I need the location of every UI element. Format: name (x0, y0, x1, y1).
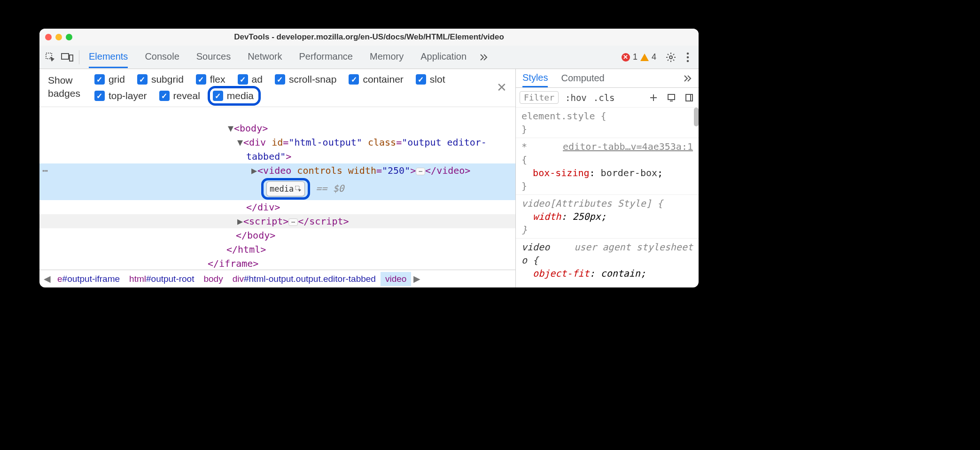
maximize-window-button[interactable] (66, 34, 72, 40)
titlebar: DevTools - developer.mozilla.org/en-US/d… (39, 29, 699, 46)
dom-iframe-end[interactable]: </iframe> (39, 256, 515, 270)
expand-triangle-icon[interactable]: ▶ (237, 215, 243, 228)
main-content: Show badges ✓grid ✓subgrid ✓flex ✓ad ✓sc… (39, 69, 699, 287)
badge-ad[interactable]: ✓ad (238, 74, 263, 85)
gear-icon (666, 52, 676, 62)
gutter-ellipsis-icon[interactable]: ⋯ (42, 164, 50, 177)
checkbox-icon: ✓ (137, 74, 148, 85)
toggle-sidebar-icon[interactable] (684, 92, 695, 103)
dom-div-end[interactable]: </div> (39, 200, 515, 214)
error-icon: ✕ (622, 53, 630, 62)
chevron-double-right-icon (480, 53, 488, 62)
dom-script[interactable]: ▶<script>⋯</script> (39, 214, 515, 228)
badge-container[interactable]: ✓container (349, 74, 403, 85)
settings-icon[interactable] (664, 50, 678, 64)
expand-triangle-icon[interactable]: ▶ (251, 164, 257, 177)
badge-reveal[interactable]: ✓reveal (159, 90, 200, 102)
device-style-icon[interactable] (666, 92, 677, 103)
checkbox-icon: ✓ (213, 91, 223, 101)
warning-icon (640, 54, 649, 61)
tab-network[interactable]: Network (248, 47, 282, 68)
checkbox-icon: ✓ (275, 74, 285, 85)
styles-body[interactable]: element.style { } * editor-tabb…v=4ae353… (516, 108, 699, 287)
tab-performance[interactable]: Performance (299, 47, 353, 68)
badges-label-line2: badges (48, 87, 80, 100)
svg-point-4 (687, 52, 689, 54)
dom-tree[interactable]: ▼<body> ▼<div id="html-output" class="ou… (39, 107, 515, 270)
minimize-window-button[interactable] (55, 34, 62, 40)
badge-slot[interactable]: ✓slot (416, 74, 445, 85)
hov-toggle[interactable]: :hov (565, 93, 587, 103)
devices-icon (61, 52, 73, 62)
new-style-rule-icon[interactable] (648, 92, 659, 103)
tab-elements[interactable]: Elements (89, 47, 128, 68)
device-toolbar-icon[interactable] (60, 50, 74, 64)
style-rule-star[interactable]: * editor-tabb…v=4ae353a:1 { box-sizing: … (516, 138, 699, 195)
breadcrumb-item[interactable]: e#output-iframe (53, 272, 124, 286)
scrollbar-thumb[interactable] (694, 108, 699, 126)
badge-media[interactable]: ✓media (213, 90, 254, 101)
dom-body-end[interactable]: </body> (39, 228, 515, 242)
tab-console[interactable]: Console (145, 47, 179, 68)
collapsed-ellipsis-icon[interactable]: ⋯ (416, 168, 425, 175)
badges-label-line1: Show (48, 74, 80, 87)
more-options-icon[interactable] (681, 50, 695, 64)
badge-scroll-snap[interactable]: ✓scroll-snap (275, 74, 337, 85)
badge-grid[interactable]: ✓grid (94, 74, 125, 85)
badges-bar: Show badges ✓grid ✓subgrid ✓flex ✓ad ✓sc… (39, 69, 515, 107)
svg-rect-9 (686, 94, 692, 101)
tab-sources[interactable]: Sources (196, 47, 231, 68)
expand-triangle-icon[interactable]: ▼ (237, 136, 243, 149)
kebab-icon (686, 52, 689, 62)
window-title: DevTools - developer.mozilla.org/en-US/d… (39, 32, 699, 42)
breadcrumb-scroll-right[interactable]: ▶ (411, 273, 422, 284)
cls-toggle[interactable]: .cls (593, 93, 615, 103)
traffic-lights (45, 34, 72, 40)
dom-div-open-cont[interactable]: tabbed"> (39, 149, 515, 163)
close-window-button[interactable] (45, 34, 52, 40)
breadcrumb-item[interactable]: html#output-root (124, 272, 199, 286)
media-badge-pill[interactable]: media (266, 181, 305, 196)
source-link[interactable]: editor-tabb…v=4ae353a:1 (563, 140, 693, 153)
styles-filter-bar: Filter :hov .cls (516, 88, 699, 108)
svg-rect-8 (668, 94, 675, 100)
more-tabs-icon[interactable] (477, 50, 491, 64)
style-rule-ua[interactable]: video user agent stylesheet o { object-f… (516, 239, 699, 282)
breadcrumb-scroll-left[interactable]: ◀ (41, 273, 53, 284)
breadcrumb-item-selected[interactable]: video (381, 272, 411, 286)
tab-memory[interactable]: Memory (370, 47, 404, 68)
inspect-element-icon[interactable] (43, 50, 57, 64)
badges-grid: ✓grid ✓subgrid ✓flex ✓ad ✓scroll-snap ✓c… (94, 74, 461, 102)
svg-point-3 (669, 56, 672, 59)
badge-subgrid[interactable]: ✓subgrid (137, 74, 184, 85)
checkbox-icon: ✓ (416, 74, 426, 85)
breadcrumb-item[interactable]: div#html-output.output.editor-tabbed (228, 272, 381, 286)
badge-flex[interactable]: ✓flex (196, 74, 226, 85)
dom-div-open[interactable]: ▼<div id="html-output" class="output edi… (39, 135, 515, 149)
more-tabs-icon[interactable] (684, 74, 692, 83)
issue-counts[interactable]: ✕ 1 4 (622, 52, 656, 62)
breadcrumb-item[interactable]: body (199, 272, 227, 286)
dom-video-badge-row[interactable]: media == $0 (39, 178, 515, 200)
dom-body-open[interactable]: ▼<body> (39, 121, 515, 135)
styles-tabs: Styles Computed (516, 69, 699, 88)
svg-point-5 (687, 56, 689, 58)
tab-application[interactable]: Application (420, 47, 467, 68)
styles-filter-input[interactable]: Filter (520, 91, 559, 104)
dom-html-end[interactable]: </html> (39, 242, 515, 256)
selected-indicator: == $0 (316, 183, 344, 194)
styles-tab-styles[interactable]: Styles (522, 70, 548, 87)
style-rule-element[interactable]: element.style { } (516, 108, 699, 138)
close-badges-button[interactable]: ✕ (497, 80, 507, 95)
collapsed-ellipsis-icon[interactable]: ⋯ (288, 218, 298, 226)
style-rule-attrs[interactable]: video[Attributes Style] { width: 250px; … (516, 195, 699, 239)
styles-tab-computed[interactable]: Computed (561, 70, 604, 86)
devtools-window: DevTools - developer.mozilla.org/en-US/d… (39, 29, 699, 287)
source-label: user agent stylesheet (574, 241, 693, 254)
main-toolbar: Elements Console Sources Network Perform… (39, 46, 699, 69)
dom-video[interactable]: ⋯ ▶<video controls width="250">⋯</video> (39, 163, 515, 178)
badge-top-layer[interactable]: ✓top-layer (94, 90, 147, 102)
expand-triangle-icon[interactable]: ▼ (227, 122, 234, 135)
elements-pane: Show badges ✓grid ✓subgrid ✓flex ✓ad ✓sc… (39, 69, 516, 287)
checkbox-icon: ✓ (159, 91, 170, 101)
